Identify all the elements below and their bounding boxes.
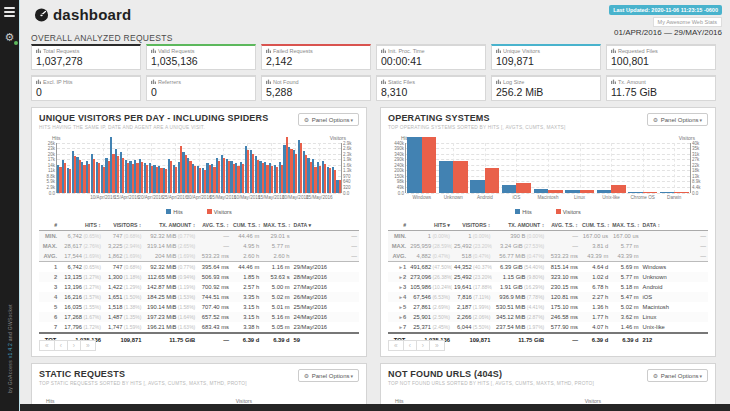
table-row[interactable]: ▸2273,096 (26.38%)25,492 (23.20%)1.15 Gi… <box>388 272 708 282</box>
table-row[interactable]: 313,196 (1.27%)1,422 (1.29%)142.87 MiB (… <box>39 282 359 292</box>
cell-spark <box>342 333 359 345</box>
table-row[interactable]: 516,035 (1.55%)1,518 (1.38%)190.14 MiB (… <box>39 302 359 312</box>
expand-caret-icon[interactable]: ▸ <box>399 314 402 320</box>
bar-group[interactable] <box>659 143 691 193</box>
column-header-hits[interactable]: HITS ↕ <box>59 220 103 231</box>
x-tick-label: 10/May/2016 <box>234 195 261 200</box>
legend-item[interactable]: Hits <box>166 208 182 216</box>
column-header-visitors[interactable]: VISITORS ↕ <box>103 220 143 231</box>
bar-group[interactable] <box>336 143 341 193</box>
first-page-button[interactable]: « <box>388 340 403 351</box>
settings-gear-icon[interactable]: ⚙ <box>4 31 16 43</box>
legend-item[interactable]: Visitors <box>556 208 581 216</box>
column-header-avg-t-s-[interactable]: AVG. T.S. ↕ <box>197 220 231 231</box>
stat-card-label: Init. Proc. Time <box>381 48 481 54</box>
column-header-data[interactable]: DATA ▾ <box>292 220 343 231</box>
overview-section-title: OVERALL ANALYZED REQUESTS <box>31 33 173 43</box>
hits-bar <box>502 185 517 193</box>
column-header-max-t-s-[interactable]: MAX. T.S. ↕ <box>261 220 291 231</box>
goaccess-version-link[interactable]: v1.4.2 <box>7 343 13 358</box>
column-header--[interactable]: # <box>39 220 59 231</box>
cell-percent: (1.50%) <box>122 294 141 300</box>
panel-options-button[interactable]: ⚙ Panel Options▾ <box>298 113 359 126</box>
cell-max_ts: 5.47 m <box>610 292 640 302</box>
bar-group[interactable] <box>627 143 659 193</box>
menu-toggle-icon[interactable] <box>4 7 15 17</box>
cell-data <box>292 230 343 241</box>
cell-percent: (7.11%) <box>472 294 491 300</box>
table-row[interactable]: ▸467,546 (6.53%)7,816 (7.11%)936.9 MiB (… <box>388 292 708 302</box>
cell-percent: (0.68%) <box>122 264 141 270</box>
cell-avg_ts: — <box>197 333 231 345</box>
y-tick-right: 2.6k <box>343 146 352 151</box>
cell-percent: (23.20%) <box>472 243 493 249</box>
table-row[interactable]: ▸1491,682 (47.50%)44,352 (40.37%)6.39 Gi… <box>388 261 708 272</box>
expand-caret-icon[interactable]: ▸ <box>399 304 402 310</box>
table-row[interactable]: ▸625,901 (2.50%)2,266 (2.06%)345.12 MiB … <box>388 312 708 322</box>
column-header-hits[interactable]: HITS ▾ <box>408 220 452 231</box>
column-header-tx-amount[interactable]: TX. AMOUNT ↕ <box>143 220 197 231</box>
expand-caret-icon[interactable]: ▸ <box>399 264 402 270</box>
cell-avg_ts: — <box>546 230 580 241</box>
bar-group[interactable] <box>595 143 627 193</box>
table-row[interactable]: 416,216 (1.57%)1,651 (1.50%)184.25 MiB (… <box>39 292 359 302</box>
y-tick-left: 8.8k <box>46 173 55 178</box>
cell-percent: (40.37%) <box>472 264 493 270</box>
x-tick-label: 15/Apr/2016 <box>114 195 139 200</box>
column-header-cum-t-s-[interactable]: CUM. T.S. ↕ <box>231 220 261 231</box>
cell-percent: (2.45%) <box>431 324 450 330</box>
table-row[interactable]: 717,796 (1.72%)1,747 (1.59%)196.21 MiB (… <box>39 322 359 333</box>
next-page-button[interactable]: › <box>67 340 80 351</box>
last-page-button[interactable]: » <box>429 340 445 351</box>
cell-avg_ts: 700.92 ms <box>197 282 231 292</box>
table-row[interactable]: 617,268 (1.67%)1,487 (1.35%)197.23 MiB (… <box>39 312 359 322</box>
last-page-button[interactable]: » <box>80 340 96 351</box>
column-header-tx-amount[interactable]: TX. AMOUNT ↕ <box>492 220 546 231</box>
column-header-cum-t-s-[interactable]: CUM. T.S. ↕ <box>580 220 610 231</box>
table-row[interactable]: 213,135 (1.27%)1,300 (1.18%)112.65 MiB (… <box>39 272 359 282</box>
cell-cum_ts: 44.46 m <box>231 230 261 241</box>
column-header-avg-t-s-[interactable]: AVG. T.S. ↕ <box>546 220 580 231</box>
legend-item[interactable]: Visitors <box>207 208 232 216</box>
expand-caret-icon[interactable]: ▸ <box>399 324 402 330</box>
prev-page-button[interactable]: ‹ <box>403 340 416 351</box>
legend-item[interactable]: Hits <box>515 208 531 216</box>
bar-group[interactable] <box>564 143 596 193</box>
table-row[interactable]: ▸527,861 (2.69%)2,187 (1.99%)530.51 MiB … <box>388 302 708 312</box>
table-row[interactable]: ▸3105,986 (10.24%)19,641 (17.88%)1.91 Gi… <box>388 282 708 292</box>
pagination: «‹›» <box>388 340 445 351</box>
bar-group[interactable] <box>406 143 438 193</box>
expand-caret-icon[interactable]: ▸ <box>399 294 402 300</box>
bar-group[interactable] <box>469 143 501 193</box>
cell-hits: 17,796 (1.72%) <box>59 322 103 333</box>
cell-percent: (1.53%) <box>176 294 195 300</box>
gear-icon: ⚙ <box>653 117 658 123</box>
first-page-button[interactable]: « <box>39 340 54 351</box>
next-page-button[interactable]: › <box>416 340 429 351</box>
column-header-visitors[interactable]: VISITORS ↕ <box>452 220 492 231</box>
stat-card: Tx. Amount11.75 GiB <box>606 75 716 101</box>
prev-page-button[interactable]: ‹ <box>54 340 67 351</box>
bar-group[interactable] <box>438 143 470 193</box>
cell-data: Linux <box>641 312 692 322</box>
stat-card-label: Log Size <box>496 79 596 85</box>
bar-group[interactable] <box>501 143 533 193</box>
column-header-max-t-s-[interactable]: MAX. T.S. ↕ <box>610 220 640 231</box>
table-row[interactable]: ▸725,371 (2.45%)6,044 (5.50%)237.54 MiB … <box>388 322 708 333</box>
expand-caret-icon[interactable]: ▸ <box>399 284 402 290</box>
column-header-data[interactable]: DATA ↕ <box>641 220 692 231</box>
panel-options-button[interactable]: ⚙ Panel Options▾ <box>647 113 708 126</box>
y-tick-right: 1.9k <box>343 157 352 162</box>
expand-caret-icon[interactable]: ▸ <box>399 274 402 280</box>
row-index: MIN. <box>388 230 408 241</box>
column-header--[interactable]: # <box>388 220 408 231</box>
cell-data: iOS <box>641 292 692 302</box>
stat-card-value: 0 <box>36 86 136 98</box>
table-row[interactable]: 16,742 (0.65%)747 (0.68%)92.32 MiB (0.77… <box>39 261 359 272</box>
bar-group[interactable] <box>532 143 564 193</box>
panel-options-button[interactable]: ⚙ Panel Options▾ <box>298 369 359 382</box>
cell-hits: 13,135 (1.27%) <box>59 272 103 282</box>
cell-spark <box>691 333 708 345</box>
cell-percent: (17.88%) <box>472 284 493 290</box>
panel-options-button[interactable]: ⚙ Panel Options▾ <box>647 369 708 382</box>
